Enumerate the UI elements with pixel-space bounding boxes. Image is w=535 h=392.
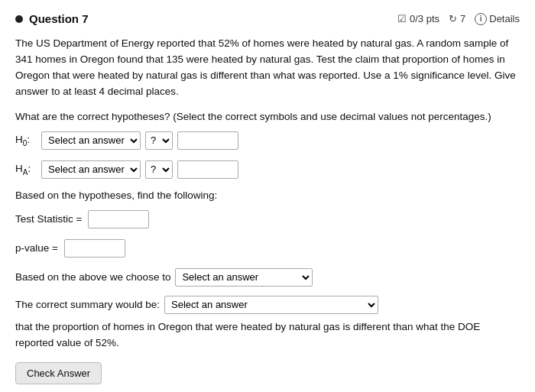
test-statistic-label: Test Statistic = (15, 213, 82, 225)
question-title: Question 7 (29, 12, 89, 25)
summary-prefix: The correct summary would be: (15, 296, 160, 313)
summary-suffix: that the proportion of homes in Oregon t… (15, 319, 520, 352)
retry-icon: ↻ (449, 13, 457, 24)
summary-inner: The correct summary would be: Select an … (15, 296, 520, 352)
summary-row: The correct summary would be: Select an … (15, 296, 520, 352)
checkbox-icon: ☑ (397, 13, 407, 24)
conclusion-select[interactable]: Select an answer Reject H₀ Fail to Rejec… (175, 268, 313, 287)
question-header: Question 7 ☑ 0/3 pts ↻ 7 i Details (15, 12, 520, 25)
details-text: Details (489, 13, 520, 24)
check-answer-button[interactable]: Check Answer (15, 362, 102, 384)
question-paragraph: The US Department of Energy reported tha… (15, 37, 516, 97)
page-container: Question 7 ☑ 0/3 pts ↻ 7 i Details The U… (0, 0, 535, 392)
hypotheses-prompt: What are the correct hypotheses? (Select… (15, 111, 520, 122)
ha-symbol-select[interactable]: ? = ≠ < > (145, 160, 173, 179)
test-statistic-row: Test Statistic = (15, 210, 520, 228)
conclusion-row: Based on the above we choose to Select a… (15, 268, 520, 287)
conclusion-prefix: Based on the above we choose to (15, 271, 170, 283)
question-bullet (15, 15, 23, 23)
question-body: The US Department of Energy reported tha… (15, 36, 520, 100)
pts-text: 0/3 pts (410, 13, 439, 24)
h0-label: H0: (15, 134, 37, 147)
question-title-area: Question 7 (15, 12, 89, 25)
summary-answer-select[interactable]: Select an answer There is sufficient evi… (164, 296, 378, 314)
details-link[interactable]: i Details (475, 13, 520, 25)
header-right: ☑ 0/3 pts ↻ 7 i Details (397, 13, 520, 25)
ha-label: HA: (15, 163, 37, 177)
retry-badge: ↻ 7 (449, 13, 465, 24)
based-on-section-label: Based on the hypotheses, find the follow… (15, 190, 520, 201)
h0-symbol-select[interactable]: ? = ≠ < > (145, 131, 173, 150)
retry-count: 7 (460, 13, 465, 24)
h0-answer-select[interactable]: Select an answer p = 0.52 p ≠ 0.52 p < 0… (41, 131, 141, 150)
h0-row: H0: Select an answer p = 0.52 p ≠ 0.52 p… (15, 131, 520, 150)
ha-row: HA: Select an answer p = 0.52 p ≠ 0.52 p… (15, 160, 520, 179)
ha-value-input[interactable] (177, 160, 238, 179)
info-icon: i (475, 13, 487, 25)
pvalue-row: p-value = (15, 239, 520, 258)
h0-value-input[interactable] (177, 131, 238, 150)
pvalue-input[interactable] (64, 239, 125, 258)
pts-badge: ☑ 0/3 pts (397, 13, 439, 24)
pvalue-label: p-value = (15, 242, 58, 254)
test-statistic-input[interactable] (88, 210, 149, 228)
ha-answer-select[interactable]: Select an answer p = 0.52 p ≠ 0.52 p < 0… (41, 160, 141, 179)
